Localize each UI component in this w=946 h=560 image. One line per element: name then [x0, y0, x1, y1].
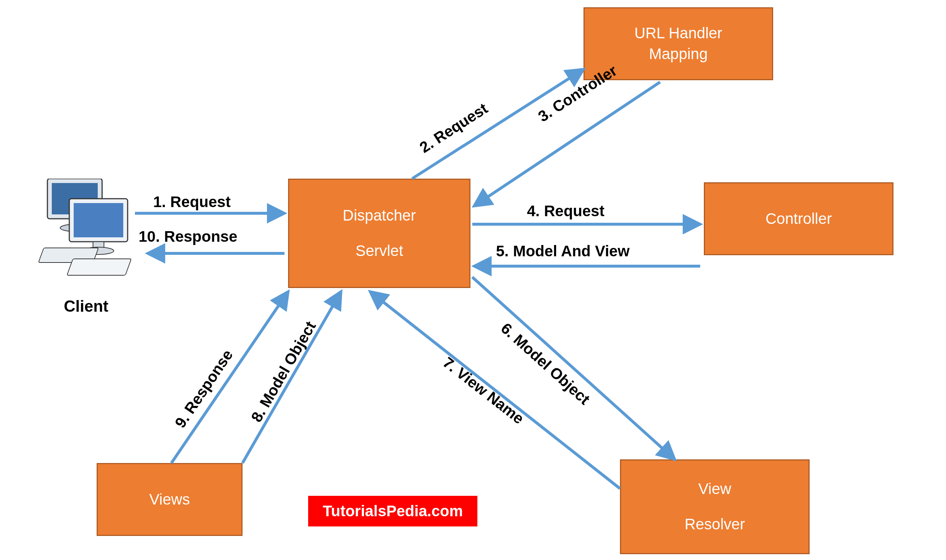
client-icon: [37, 178, 138, 282]
edge-10-label: 10. Response: [138, 228, 237, 245]
svg-rect-5: [74, 203, 123, 237]
edge-1-label: 1. Request: [153, 193, 231, 211]
edge-7-label: 7. View Name: [440, 354, 528, 428]
dispatcher-line1: Dispatcher: [343, 205, 416, 226]
controller-label: Controller: [766, 209, 832, 229]
client-label: Client: [64, 297, 108, 315]
edge-6-label: 6. Model Object: [497, 319, 593, 408]
view-resolver-box: View Resolver: [620, 459, 810, 554]
dispatcher-line2: Servlet: [355, 241, 403, 262]
views-box: Views: [97, 463, 243, 536]
edge-4-label: 4. Request: [527, 202, 604, 220]
watermark: TutorialsPedia.com: [308, 496, 477, 526]
edge-2-label: 2. Request: [417, 100, 491, 156]
dispatcher-servlet-box: Dispatcher Servlet: [288, 178, 471, 288]
edge-8-label: 8. Model Object: [248, 318, 320, 425]
edge-9-label: 9. Response: [171, 346, 236, 431]
svg-line-19: [243, 292, 341, 463]
controller-box: Controller: [704, 182, 894, 255]
svg-rect-9: [67, 259, 131, 275]
view-resolver-line2: Resolver: [685, 514, 745, 535]
url-handler-line2: Mapping: [649, 44, 708, 65]
svg-line-17: [472, 277, 675, 459]
url-handler-line1: URL Handler: [634, 23, 722, 44]
svg-line-13: [412, 69, 583, 178]
view-resolver-line1: View: [698, 479, 731, 500]
edge-3-label: 3. Controller: [535, 62, 620, 125]
views-label: Views: [149, 489, 190, 510]
edge-5-label: 5. Model And View: [496, 242, 629, 260]
